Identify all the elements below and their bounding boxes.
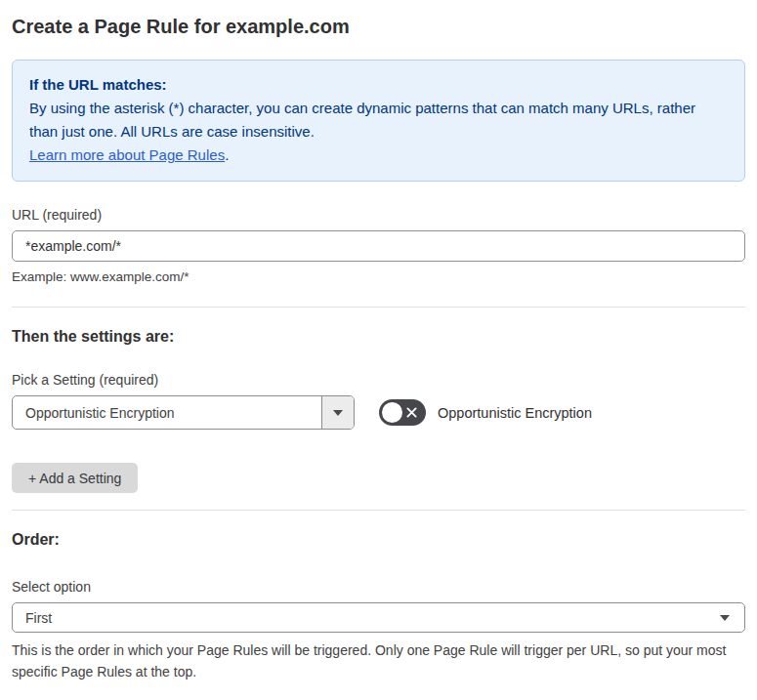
setting-dropdown[interactable]: Opportunistic Encryption xyxy=(12,395,355,430)
url-example-text: Example: www.example.com/* xyxy=(12,269,745,285)
info-box-heading: If the URL matches: xyxy=(29,73,728,97)
toggle-label: Opportunistic Encryption xyxy=(438,405,592,421)
page-title: Create a Page Rule for example.com xyxy=(12,14,745,39)
setting-row: Opportunistic Encryption Opportunistic E… xyxy=(12,395,745,430)
settings-section-heading: Then the settings are: xyxy=(12,327,745,347)
info-box-body: By using the asterisk (*) character, you… xyxy=(29,97,728,167)
toggle-knob xyxy=(382,402,402,423)
chevron-down-icon xyxy=(333,410,343,416)
setting-dropdown-arrow-button[interactable] xyxy=(321,396,354,429)
chevron-down-icon xyxy=(720,615,730,621)
x-icon xyxy=(405,406,418,419)
learn-more-link[interactable]: Learn more about Page Rules xyxy=(29,146,225,163)
add-setting-button[interactable]: + Add a Setting xyxy=(12,463,138,493)
order-help-text: This is the order in which your Page Rul… xyxy=(12,639,735,682)
setting-dropdown-value: Opportunistic Encryption xyxy=(13,396,321,429)
order-select[interactable]: First xyxy=(12,602,745,633)
opportunistic-encryption-toggle[interactable] xyxy=(379,399,426,426)
divider xyxy=(12,307,745,308)
pick-setting-label: Pick a Setting (required) xyxy=(12,372,745,388)
order-select-value: First xyxy=(25,610,720,626)
link-suffix: . xyxy=(225,146,229,163)
info-box-body-text: By using the asterisk (*) character, you… xyxy=(29,100,695,140)
order-select-label: Select option xyxy=(12,579,745,595)
order-section-heading: Order: xyxy=(12,530,745,550)
divider xyxy=(12,510,745,511)
url-field-label: URL (required) xyxy=(12,207,745,223)
url-match-info-box: If the URL matches: By using the asteris… xyxy=(12,60,745,182)
url-input[interactable] xyxy=(12,230,745,262)
create-page-rule-form: Create a Page Rule for example.com If th… xyxy=(0,0,757,700)
